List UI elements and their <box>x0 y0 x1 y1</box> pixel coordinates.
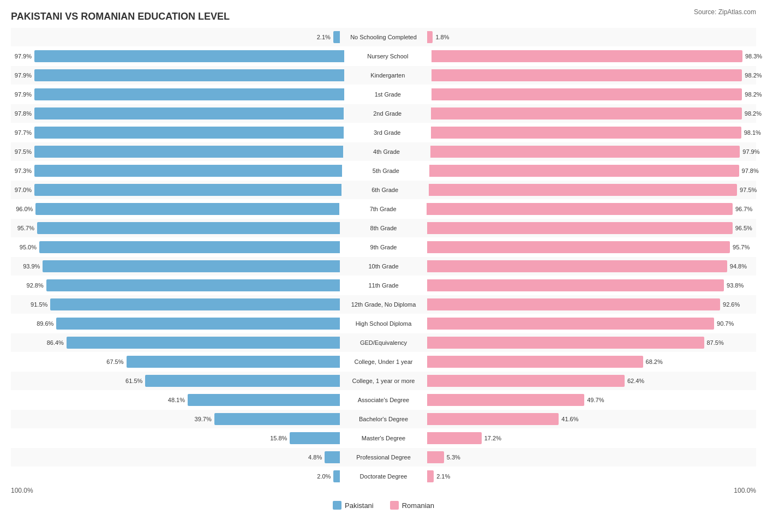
bar-pink <box>427 203 733 215</box>
bar-pink <box>427 432 482 444</box>
bar-blue <box>290 432 340 444</box>
bar-pink <box>429 184 738 196</box>
val-right: 97.9% <box>742 148 763 155</box>
legend-box-pakistani <box>333 501 341 510</box>
bar-row: 97.5% 4th Grade 97.9% <box>11 142 756 161</box>
val-left: 95.7% <box>14 225 34 231</box>
bar-row: 97.0% 6th Grade 97.5% <box>11 181 756 199</box>
bar-pink <box>427 394 584 406</box>
chart-area: 2.1% No Schooling Completed 1.8% 97.9% N… <box>11 28 756 486</box>
val-left: 91.5% <box>27 301 47 308</box>
bar-pink <box>432 50 742 62</box>
bar-label: 2nd Grade <box>344 110 431 117</box>
legend-item-romanian: Romanian <box>390 501 434 510</box>
legend: Pakistani Romanian <box>11 501 756 510</box>
val-right: 98.2% <box>745 72 765 79</box>
bar-pink <box>427 260 727 272</box>
val-left: 97.9% <box>11 53 32 59</box>
bar-blue <box>56 318 340 330</box>
bar-row: 48.1% Associate's Degree 49.7% <box>11 391 756 409</box>
bar-pink <box>427 375 625 387</box>
bar-row: 97.9% Kindergarten 98.2% <box>11 66 756 85</box>
bar-blue <box>333 470 340 482</box>
bar-pink <box>427 451 444 463</box>
val-right: 1.8% <box>435 34 456 40</box>
val-left: 93.9% <box>19 263 40 270</box>
bar-pink <box>430 146 740 158</box>
bar-pink <box>429 165 739 177</box>
bar-label: 4th Grade <box>343 148 430 155</box>
bar-pink <box>427 241 730 253</box>
bar-blue <box>325 451 340 463</box>
bar-pink <box>427 279 724 291</box>
val-left: 97.5% <box>11 148 32 155</box>
bar-label: 12th Grade, No Diploma <box>340 301 427 308</box>
val-right: 93.8% <box>727 282 747 289</box>
bar-label: GED/Equivalency <box>340 339 427 346</box>
bar-row: 93.9% 10th Grade 94.8% <box>11 257 756 276</box>
bar-blue <box>43 260 340 272</box>
bar-blue <box>34 165 342 177</box>
val-left: 97.3% <box>11 168 32 174</box>
bar-label: College, 1 year or more <box>340 378 427 384</box>
bar-row: 61.5% College, 1 year or more 62.4% <box>11 372 756 390</box>
bar-label: 10th Grade <box>340 263 427 270</box>
val-right: 2.1% <box>436 473 457 480</box>
bar-blue <box>214 413 340 425</box>
bar-label: 9th Grade <box>340 244 427 250</box>
bar-row: 97.9% Nursery School 98.3% <box>11 47 756 65</box>
bar-row: 89.6% High School Diploma 90.7% <box>11 314 756 333</box>
legend-label-pakistani: Pakistani <box>345 501 374 510</box>
val-left: 67.5% <box>103 358 124 365</box>
bar-label: High School Diploma <box>340 320 427 327</box>
val-right: 5.3% <box>447 454 468 461</box>
bar-blue <box>188 394 340 406</box>
axis-total-row: 100.0% 100.0% <box>11 487 756 494</box>
bar-pink <box>427 356 643 368</box>
bar-row: 97.8% 2nd Grade 98.2% <box>11 104 756 123</box>
val-left: 15.8% <box>266 435 287 441</box>
val-left: 96.0% <box>12 206 33 212</box>
bar-row: 2.1% No Schooling Completed 1.8% <box>11 28 756 46</box>
bar-blue <box>333 31 340 43</box>
val-right: 96.5% <box>735 225 756 231</box>
bar-row: 2.0% Doctorate Degree 2.1% <box>11 467 756 486</box>
source-label: Source: ZipAtlas.com <box>694 8 756 16</box>
bar-row: 67.5% College, Under 1 year 68.2% <box>11 352 756 371</box>
bar-blue <box>34 107 344 119</box>
bar-pink <box>427 222 733 234</box>
bar-pink <box>427 298 720 310</box>
bar-blue <box>34 127 344 139</box>
val-left: 89.6% <box>33 320 53 327</box>
bar-row: 92.8% 11th Grade 93.8% <box>11 276 756 295</box>
bar-pink <box>427 413 559 425</box>
bar-label: Nursery School <box>344 53 432 59</box>
bar-label: No Schooling Completed <box>340 34 427 40</box>
bar-row: 86.4% GED/Equivalency 87.5% <box>11 333 756 352</box>
bar-blue <box>67 337 340 349</box>
val-left: 48.1% <box>164 397 185 403</box>
axis-right-label: 100.0% <box>433 487 756 494</box>
val-right: 90.7% <box>717 320 738 327</box>
val-right: 94.8% <box>730 263 751 270</box>
bar-pink <box>427 31 433 43</box>
val-right: 98.3% <box>745 53 766 59</box>
bar-blue <box>34 88 344 100</box>
bar-label: Bachelor's Degree <box>340 416 427 422</box>
val-left: 86.4% <box>43 339 64 346</box>
bar-label: 1st Grade <box>344 91 432 98</box>
chart-container: PAKISTANI VS ROMANIAN EDUCATION LEVEL So… <box>0 0 767 531</box>
bar-blue <box>34 69 344 81</box>
val-right: 49.7% <box>587 397 608 403</box>
bar-row: 15.8% Master's Degree 17.2% <box>11 429 756 447</box>
bar-row: 95.7% 8th Grade 96.5% <box>11 219 756 237</box>
bar-row: 97.3% 5th Grade 97.8% <box>11 162 756 180</box>
bar-blue <box>145 375 340 387</box>
bar-pink <box>431 107 742 119</box>
bar-blue <box>50 298 340 310</box>
val-right: 98.1% <box>744 129 765 136</box>
chart-title: PAKISTANI VS ROMANIAN EDUCATION LEVEL <box>11 11 756 22</box>
bar-pink <box>427 337 704 349</box>
bar-label: 7th Grade <box>339 206 427 212</box>
bar-blue <box>46 279 340 291</box>
